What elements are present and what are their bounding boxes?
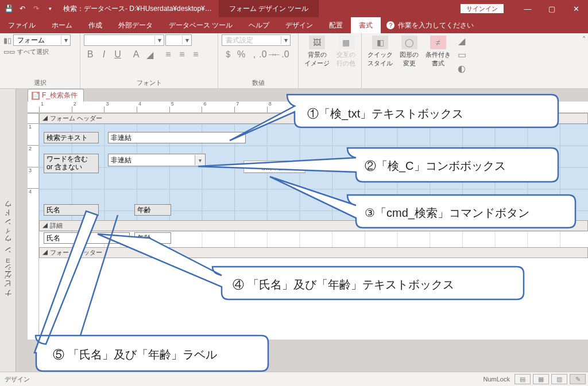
group-selection-label: 選択	[3, 79, 76, 88]
row-color-icon: ▦	[338, 36, 354, 49]
image-icon: 🖼	[309, 36, 325, 49]
group-number: 書式設定 ▾ ＄ % , .0→ ←.0 数値	[218, 33, 299, 88]
currency-button[interactable]: ＄	[222, 48, 234, 61]
quick-access-toolbar: 💾 ↶ ↷ ▾	[0, 0, 59, 17]
window-title: 検索：データベース- D:¥HUserdata¥desktop¥…	[59, 0, 216, 17]
searchtext-textbox[interactable]: 非連結	[108, 132, 246, 143]
document-tab-label: F_検索条件	[42, 91, 78, 100]
ribbon-tabs: ファイル ホーム 作成 外部データ データベース ツール ヘルプ デザイン 配置…	[0, 17, 588, 33]
section-detail-label: 詳細	[50, 222, 63, 229]
bold-button[interactable]: B	[84, 48, 96, 61]
font-size-combo[interactable]: ▾	[165, 34, 192, 46]
background-image-label: 背景の イメージ	[304, 50, 330, 68]
tab-dbtools[interactable]: データベース ツール	[161, 17, 241, 33]
chevron-down-icon: ▾	[195, 155, 205, 165]
select-object-icon: ▮▯	[3, 36, 11, 45]
percent-button[interactable]: %	[235, 48, 247, 61]
layout-view-button[interactable]: ▥	[551, 374, 567, 384]
tab-home[interactable]: ホーム	[44, 17, 80, 33]
tab-external[interactable]: 外部データ	[110, 17, 161, 33]
searchtext-label[interactable]: 検索テキスト	[44, 132, 99, 143]
shape-fill-button[interactable]: ◢	[455, 34, 468, 47]
background-image-button[interactable]: 🖼 背景の イメージ	[302, 34, 332, 69]
navigation-pane-label: ナビゲーション ウィンドウ	[3, 204, 13, 301]
underline-button[interactable]: U	[111, 48, 124, 61]
object-selector-value: フォーム	[14, 36, 61, 45]
age-textbox[interactable]: 年齢	[134, 232, 171, 244]
alt-row-color-button[interactable]: ▦ 交互の 行の色	[334, 34, 358, 69]
document-tabs: 📄 F_検索条件	[16, 89, 588, 102]
tab-help[interactable]: ヘルプ	[241, 17, 277, 33]
font-family-combo[interactable]: ▾	[84, 34, 164, 46]
object-selector[interactable]: フォーム ▾	[13, 34, 71, 46]
change-shape-button[interactable]: ◯ 図形の 変更	[397, 34, 421, 69]
collapse-ribbon-button[interactable]: ˄	[582, 36, 586, 44]
section-bar-detail[interactable]: ◢ 詳細	[39, 220, 588, 231]
select-all-label: すべて選択	[17, 48, 49, 56]
chevron-down-icon: ▾	[281, 36, 290, 44]
cond-format-label: 条件付き 書式	[425, 50, 451, 68]
align-center-button[interactable]: ≡	[176, 48, 188, 61]
design-view-button[interactable]: ✎	[570, 374, 586, 384]
age-header-label[interactable]: 年齢	[134, 204, 171, 216]
close-button[interactable]: ✕	[564, 0, 588, 17]
shape-outline-button[interactable]: ▭	[455, 48, 468, 61]
section-formheader-label: フォーム ヘッダー	[50, 115, 102, 122]
word-contain-combobox-value: 非連結	[111, 155, 195, 165]
signin-button[interactable]: サインイン	[460, 3, 504, 14]
quick-style-button[interactable]: ◧ クイック スタイル	[365, 34, 395, 69]
cond-format-icon: ≠	[430, 36, 446, 49]
document-tab-f-search[interactable]: 📄 F_検索条件	[28, 89, 84, 102]
align-left-button[interactable]: ≡	[162, 48, 175, 61]
lightbulb-icon: ?	[386, 21, 394, 29]
section-bar-form-header[interactable]: ◢ フォーム ヘッダー	[39, 113, 588, 124]
section-form-header-body[interactable]: 検索テキスト 非連結 ワードを含む or 含まない 非連結 ▾ 検索開始 氏名 …	[39, 124, 588, 220]
save-icon[interactable]: 💾	[2, 2, 15, 15]
window-controls: — ▢ ✕	[516, 0, 588, 17]
quick-style-icon: ◧	[372, 36, 388, 49]
group-font-label: フォント	[84, 79, 214, 88]
tab-design[interactable]: デザイン	[277, 17, 321, 33]
tab-create[interactable]: 作成	[80, 17, 110, 33]
undo-icon[interactable]: ↶	[16, 2, 29, 15]
qat-dropdown-icon[interactable]: ▾	[44, 2, 56, 15]
conditional-format-button[interactable]: ≠ 条件付き 書式	[423, 34, 453, 69]
alt-row-color-label: 交互の 行の色	[336, 50, 355, 68]
align-right-button[interactable]: ≡	[189, 48, 202, 61]
tab-arrange[interactable]: 配置	[321, 17, 351, 33]
select-all-icon: ▭▭	[3, 48, 15, 56]
design-surface[interactable]: 1234 ◢ フォーム ヘッダー 検索テキスト 非連結 ワードを含む or 含ま…	[28, 113, 588, 340]
italic-button[interactable]: I	[98, 48, 110, 61]
navigation-pane[interactable]: ナビゲーション ウィンドウ	[0, 89, 16, 372]
horizontal-ruler: 12 34 56 78 910 1112 13	[28, 102, 588, 113]
datasheet-view-button[interactable]: ▦	[533, 374, 549, 384]
form-view-button[interactable]: ▤	[514, 374, 531, 384]
tell-me[interactable]: ? 作業を入力してください	[381, 17, 479, 33]
minimize-button[interactable]: —	[516, 0, 540, 17]
group-control-formatting: ◧ クイック スタイル ◯ 図形の 変更 ≠ 条件付き 書式 ◢ ▭ ◐	[362, 33, 471, 88]
shape-effects-button[interactable]: ◐	[455, 62, 468, 75]
name-header-label[interactable]: 氏名	[44, 204, 99, 216]
group-background: 🖼 背景の イメージ ▦ 交互の 行の色	[299, 33, 362, 88]
number-format-combo[interactable]: 書式設定 ▾	[222, 34, 291, 46]
select-all-button[interactable]: ▭▭ すべて選択	[3, 48, 49, 56]
search-start-button[interactable]: 検索開始	[243, 161, 305, 173]
change-shape-label: 図形の 変更	[400, 50, 419, 68]
section-bar-form-footer[interactable]: ◢ フォーム フッター	[39, 247, 588, 258]
section-detail-body[interactable]: 氏名 年齢	[39, 231, 588, 247]
group-font: ▾ ▾ B I U A ◢ ≡ ≡ ≡ フォント	[80, 33, 218, 88]
tab-file[interactable]: ファイル	[0, 17, 44, 33]
name-textbox[interactable]: 氏名	[44, 232, 130, 244]
font-color-button[interactable]: A	[130, 48, 142, 61]
form-design-area: 📄 F_検索条件 12 34 56 78 910 1112 13 1234 ◢ …	[16, 89, 588, 372]
word-contain-combobox[interactable]: 非連結 ▾	[108, 154, 206, 166]
group-background-label	[302, 87, 358, 88]
maximize-button[interactable]: ▢	[540, 0, 564, 17]
group-selection: ▮▯ フォーム ▾ ▭▭ すべて選択 選択	[0, 33, 80, 88]
tab-format[interactable]: 書式	[351, 17, 381, 33]
tell-me-text: 作業を入力してください	[398, 21, 474, 30]
word-contain-label[interactable]: ワードを含む or 含まない	[44, 154, 99, 173]
status-view-text: デザイン	[0, 375, 34, 384]
fill-color-button[interactable]: ◢	[144, 48, 156, 61]
decrease-decimal-button[interactable]: ←.0	[274, 48, 287, 61]
